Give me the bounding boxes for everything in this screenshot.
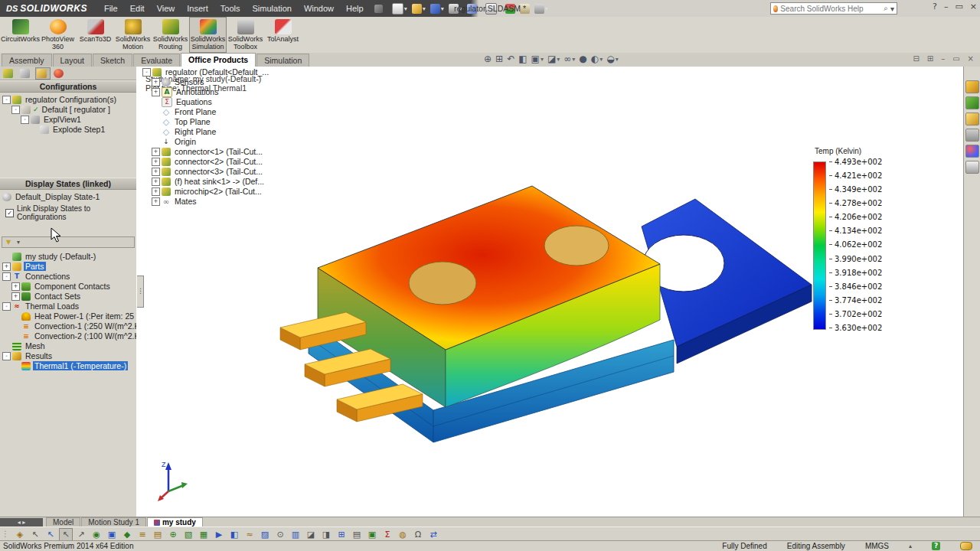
expander-box[interactable]: + xyxy=(11,282,20,291)
tree-row[interactable]: ✓ Explode Step1 xyxy=(2,125,136,134)
study-tree-row[interactable]: my study (-Default-) xyxy=(2,252,136,261)
expander-box[interactable]: + xyxy=(152,158,160,166)
tag-icon[interactable] xyxy=(960,542,972,550)
study-tree-row[interactable]: - Connections xyxy=(2,272,136,281)
link-display-states-row[interactable]: ✓ Link Display States to Configurations xyxy=(2,202,136,221)
flyout-tree-row[interactable]: + connector<2> (Tail-Cut... xyxy=(142,157,270,166)
study-filter-bar[interactable]: ▾ xyxy=(2,236,135,248)
tree-row[interactable]: - ✓ ExplView1 xyxy=(2,115,136,124)
simulation-tool-button[interactable]: ◈ xyxy=(13,528,27,541)
flyout-tree-row[interactable]: - regulator (Default<Default_... xyxy=(142,67,270,77)
headsup-tool-button[interactable]: ◐ ▾ xyxy=(591,54,603,64)
dropdown-caret[interactable]: ▾ xyxy=(423,5,426,12)
flyout-tree-row[interactable]: + (f) heat sink<1> -> (Def... xyxy=(142,177,270,186)
menu-item[interactable]: Tools xyxy=(214,2,247,15)
flyout-tree-row[interactable]: Top Plane xyxy=(142,117,270,126)
commandmanager-tab[interactable]: Sketch xyxy=(93,54,132,67)
flyout-tree-row[interactable]: + microchip<2> (Tail-Cut... xyxy=(142,187,270,196)
expander-box[interactable]: - xyxy=(21,116,29,124)
simulation-tool-button[interactable]: ▣ xyxy=(105,528,119,541)
filter-funnel-icon[interactable] xyxy=(4,238,13,246)
study-tree-row[interactable]: Mesh xyxy=(2,341,136,350)
flyout-tree-row[interactable]: + Annotations xyxy=(142,87,270,96)
simulation-tool-button[interactable]: ◆ xyxy=(120,528,134,541)
simulation-tool-button[interactable]: ↖ xyxy=(59,528,73,541)
flyout-tree-row[interactable]: + connector<3> (Tail-Cut... xyxy=(142,167,270,176)
study-tree-row[interactable]: - Thermal Loads xyxy=(2,302,136,311)
design-library-icon[interactable] xyxy=(965,96,979,109)
expander-box[interactable]: + xyxy=(152,168,160,176)
command-button[interactable]: PhotoView 360 xyxy=(39,17,77,53)
simulation-tool-button[interactable]: ≡ xyxy=(136,528,149,541)
headsup-tool-button[interactable]: ● ▾ xyxy=(579,54,586,64)
simulation-tool-button[interactable]: ↖ xyxy=(44,528,57,541)
command-button[interactable]: TolAnalyst xyxy=(264,17,302,53)
simulation-tool-button[interactable]: ◨ xyxy=(319,528,333,541)
expander-box[interactable]: + xyxy=(152,148,160,156)
flyout-tree-row[interactable]: Right Plane xyxy=(142,127,270,136)
manager-tab[interactable] xyxy=(52,67,67,80)
menu-item[interactable]: Window xyxy=(298,2,340,15)
flyout-tree-row[interactable]: Equations xyxy=(142,97,270,106)
doc-window-control[interactable]: ⊟ xyxy=(913,54,919,63)
link-checkbox[interactable]: ✓ xyxy=(5,209,14,217)
doc-window-control[interactable]: × xyxy=(968,54,974,63)
dropdown-caret[interactable]: ▾ xyxy=(541,56,544,63)
study-tree-row[interactable]: Thermal1 (-Temperature-) xyxy=(2,361,136,370)
expander-box[interactable]: - xyxy=(2,352,11,360)
headsup-tool-button[interactable]: ◒ ▾ xyxy=(606,54,619,64)
simulation-tool-button[interactable]: ▶ xyxy=(212,528,226,541)
search-scope-icon[interactable] xyxy=(773,5,778,12)
simulation-tool-button[interactable]: ↖ xyxy=(28,528,42,541)
command-button[interactable]: SolidWorks Routing xyxy=(152,17,189,53)
window-control-button[interactable]: ? xyxy=(933,2,937,11)
simulation-tool-button[interactable]: ▣ xyxy=(365,528,379,541)
expander-box[interactable]: - xyxy=(11,106,20,114)
doc-window-control[interactable]: – xyxy=(941,54,945,63)
simulation-tool-button[interactable]: Σ xyxy=(381,528,394,541)
unit-system[interactable]: MMGS xyxy=(865,542,889,550)
study-tree-row[interactable]: + Parts xyxy=(2,262,136,271)
headsup-tool-button[interactable]: ⊕ ▾ xyxy=(484,54,492,64)
appearances-scenes-icon[interactable] xyxy=(965,145,979,158)
commandmanager-tab[interactable]: Office Products xyxy=(181,53,256,67)
simulation-tool-button[interactable]: ≈ xyxy=(243,528,256,541)
simulation-tool-button[interactable]: ⊞ xyxy=(335,528,348,541)
custom-properties-icon[interactable] xyxy=(965,161,979,174)
flyout-tree-row[interactable]: + Mates xyxy=(142,197,270,206)
simulation-tool-button[interactable]: ▨ xyxy=(258,528,272,541)
simulation-tool-button[interactable]: Ω xyxy=(411,528,425,541)
expander-box[interactable]: + xyxy=(152,187,160,196)
commandmanager-tab[interactable]: Simulation xyxy=(256,54,309,67)
commandmanager-tab[interactable]: Layout xyxy=(53,54,93,67)
window-control-button[interactable]: ▭ xyxy=(955,2,962,11)
menu-item[interactable]: Help xyxy=(340,2,370,15)
simulation-tool-button[interactable]: ▦ xyxy=(197,528,211,541)
expander-box[interactable]: + xyxy=(152,197,160,206)
help-search-box[interactable]: ⌕ ▾ xyxy=(770,2,897,15)
simulation-tool-button[interactable]: ▥ xyxy=(289,528,302,541)
quick-tool-button[interactable]: ▾ xyxy=(390,2,409,15)
expander-box[interactable]: + xyxy=(2,262,11,271)
manager-tab[interactable] xyxy=(35,67,51,80)
dropdown-caret[interactable]: ▾ xyxy=(557,56,560,63)
simulation-tool-button[interactable]: ↗ xyxy=(74,528,88,541)
menu-item[interactable]: Insert xyxy=(181,2,214,15)
commandmanager-tab[interactable]: Evaluate xyxy=(133,54,180,67)
flyout-tree-row[interactable]: + Sensors xyxy=(142,77,270,86)
file-explorer-icon[interactable] xyxy=(965,112,979,126)
display-state-row[interactable]: Default_Display State-1 xyxy=(2,192,136,201)
simulation-tool-button[interactable]: ◉ xyxy=(90,528,103,541)
flyout-tree-row[interactable]: Origin xyxy=(142,137,270,146)
study-tree-row[interactable]: Convection-2 (:100 W/(m^2.K):) xyxy=(2,331,136,341)
headsup-tool-button[interactable]: ⊞ ▾ xyxy=(495,54,503,64)
simulation-tool-button[interactable]: ▤ xyxy=(350,528,364,541)
dropdown-caret[interactable]: ▾ xyxy=(545,5,548,12)
command-button[interactable]: SolidWorks Simulation xyxy=(189,17,227,53)
headsup-tool-button[interactable]: ▣ ▾ xyxy=(531,54,544,64)
simulation-tool-button[interactable]: ◪ xyxy=(304,528,318,541)
search-caret-icon[interactable]: ▾ xyxy=(890,5,894,13)
expander-box[interactable]: - xyxy=(2,302,11,311)
pin-icon[interactable] xyxy=(374,5,383,13)
study-tree-row[interactable]: Convection-1 (:250 W/(m^2.K):) xyxy=(2,321,136,331)
